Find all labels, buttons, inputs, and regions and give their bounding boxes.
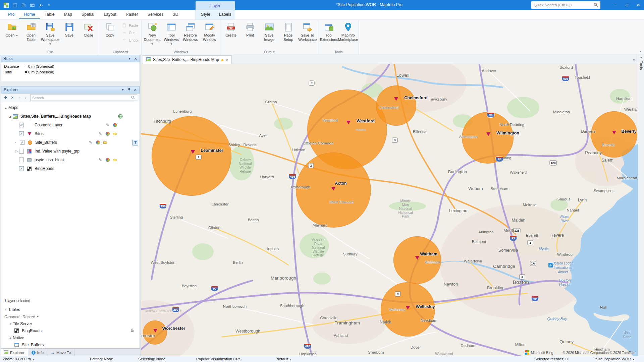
ribbon-button-close[interactable]: Close xyxy=(79,21,98,39)
ribbon-tab-style[interactable]: Style xyxy=(196,10,215,19)
site-marker-wellesley[interactable] xyxy=(406,306,410,310)
ribbon-button-print[interactable]: Print xyxy=(240,21,260,39)
ribbon-button-undo[interactable]: ↶Undo xyxy=(119,37,140,43)
tools-tab[interactable]: Tools xyxy=(639,61,643,70)
edit-style-icon[interactable]: ✎ xyxy=(88,140,93,145)
ruler-panel-header[interactable]: Ruler ▼ ✕ xyxy=(1,55,140,62)
ribbon-button-paste[interactable]: Paste xyxy=(119,22,140,28)
table-item-site-buffers[interactable]: Site_Buffers xyxy=(1,341,140,348)
site-marker-waltham[interactable] xyxy=(415,256,419,260)
ribbon-tab-3d[interactable]: 3D xyxy=(168,10,183,19)
table-group-native[interactable]: ▲ Native xyxy=(1,334,140,341)
layer-style-icon[interactable] xyxy=(113,123,117,127)
ribbon-button-open[interactable]: Open ▼ xyxy=(2,21,21,40)
dock-tab-explorer[interactable]: Explorer xyxy=(1,349,28,356)
ribbon-tab-layout[interactable]: Layout xyxy=(99,10,121,19)
qat-customize-chevron[interactable]: ▼ xyxy=(48,4,50,7)
status-popular-visualization-crs[interactable]: Popular Visualization CRS xyxy=(196,357,241,361)
map-canvas[interactable]: ✈ Microsoft Bing © 2026 Microsoft Corpor… xyxy=(141,64,638,356)
table-group-tile-server[interactable]: ▲ Tile Server xyxy=(1,320,140,327)
ribbon-button-tool-extensions[interactable]: Tool Extensions xyxy=(319,21,338,43)
expander-collapsed-icon[interactable]: ▷ xyxy=(14,149,19,153)
site-marker-worchester[interactable] xyxy=(153,329,157,333)
layer-checkbox[interactable]: ✓ xyxy=(20,140,24,145)
label-icon[interactable] xyxy=(113,131,117,136)
map-node[interactable]: ◢ Sites,Site_Buffers,...,BingRoads Map xyxy=(1,112,140,121)
remove-icon[interactable]: ✕ xyxy=(10,96,14,100)
layer-row-ind-value-with-psyte-grp[interactable]: ▷ Ind. Value with psyte_grp xyxy=(1,147,140,156)
layer-row-cosmetic-layer[interactable]: ✓ Cosmetic Layer ✎ xyxy=(1,121,140,129)
ribbon-button-modify-window[interactable]: Modify Window xyxy=(200,21,219,43)
explorer-collapse-icon[interactable]: ▼ xyxy=(121,88,124,92)
ribbon-button-page-setup[interactable]: Page Setup xyxy=(279,21,298,43)
filter-icon[interactable] xyxy=(132,140,138,145)
site-marker-chelmsford[interactable] xyxy=(394,97,398,101)
ribbon-button-open-table[interactable]: Open Table xyxy=(21,21,41,43)
ribbon-tab-pro[interactable]: Pro xyxy=(3,10,19,19)
label-icon[interactable] xyxy=(113,158,117,162)
status-selected-records-0[interactable]: Selected records: 0 xyxy=(534,357,568,361)
ribbon-button-save[interactable]: Save xyxy=(60,21,79,39)
maximize-button[interactable]: □ xyxy=(621,0,633,10)
close-button[interactable]: ✕ xyxy=(633,0,644,10)
explorer-panel-header[interactable]: Explorer ▼ ✕ xyxy=(1,86,140,94)
ribbon-button-restore-windows[interactable]: Restore Windows xyxy=(181,21,200,43)
table-item-bingroads[interactable]: BingRoads xyxy=(1,327,140,334)
add-icon[interactable]: ✚ xyxy=(3,96,8,100)
globe-icon[interactable] xyxy=(118,114,123,119)
layer-checkbox[interactable]: ✓ xyxy=(19,166,24,171)
ruler-collapse-icon[interactable]: ▼ xyxy=(128,57,131,60)
qat-copy-icon[interactable] xyxy=(21,2,26,8)
ribbon-collapse-chevron[interactable]: ▲ xyxy=(639,50,642,53)
right-strip-chevron[interactable]: ▼ xyxy=(640,56,642,59)
expander-icon[interactable]: ◢ xyxy=(8,115,12,118)
dock-tab-info[interactable]: iInfo xyxy=(28,349,47,356)
ribbon-tab-map[interactable]: Map xyxy=(59,10,77,19)
layer-checkbox[interactable]: ✓ xyxy=(19,131,24,136)
qat-wrench-icon[interactable] xyxy=(38,2,44,8)
site-marker-leominster[interactable] xyxy=(191,150,195,154)
ribbon-tab-services[interactable]: Services xyxy=(143,10,168,19)
edit-style-icon[interactable]: ✎ xyxy=(98,131,103,136)
ribbon-tab-spatial[interactable]: Spatial xyxy=(77,10,99,19)
layer-row-psyte-usa-block[interactable]: psyte_usa_block ✎ xyxy=(1,156,140,164)
edit-style-icon[interactable]: ✎ xyxy=(98,158,103,162)
tab-close-icon[interactable]: ✕ xyxy=(226,58,228,62)
map-document-tab[interactable]: Sites,Site_Buffers,....BingRoads Map ◆ ✕ xyxy=(143,55,232,64)
ribbon-button-mapinfo-marketplace[interactable]: MapInfo Marketplace xyxy=(338,21,358,43)
move-down-icon[interactable]: ↓ xyxy=(23,96,28,100)
site-marker-westford[interactable] xyxy=(346,121,351,124)
ribbon-button-cut[interactable]: ✂Cut xyxy=(119,29,140,36)
ruler-close-icon[interactable]: ✕ xyxy=(134,57,137,61)
layer-style-icon[interactable] xyxy=(105,158,110,162)
ribbon-button-save-workspace[interactable]: Save Workspace ▼ xyxy=(41,21,60,48)
ribbon-tab-labels[interactable]: Labels xyxy=(215,10,235,19)
ribbon-tab-home[interactable]: Home xyxy=(19,10,40,19)
tables-group-header[interactable]: ▲ Tables xyxy=(1,306,140,313)
minimize-button[interactable]: ─ xyxy=(610,0,621,10)
layer-style-icon[interactable] xyxy=(96,140,100,145)
pin-icon[interactable] xyxy=(127,88,131,92)
ribbon-tab-raster[interactable]: Raster xyxy=(121,10,143,19)
ribbon-button-copy[interactable]: Copy xyxy=(100,21,119,39)
status-site-popilation-wor[interactable]: *Site Popilation.WOR▲ xyxy=(594,357,635,361)
grouped-by-selector[interactable]: Grouped : Recent▼ xyxy=(1,313,140,320)
qat-new-icon[interactable] xyxy=(12,2,18,8)
layer-checkbox[interactable]: ✓ xyxy=(19,123,24,127)
ribbon-button-save-to-workspace[interactable]: Save To Workspace xyxy=(298,21,317,43)
quick-search-input[interactable]: Quick Search (Ctrl+Q) xyxy=(531,1,600,9)
layer-checkbox[interactable] xyxy=(19,158,24,162)
site-buffer[interactable] xyxy=(152,116,231,196)
ribbon-tab-table[interactable]: Table xyxy=(40,10,59,19)
layer-style-icon[interactable] xyxy=(105,131,110,136)
status-editing-none[interactable]: Editing: None xyxy=(90,357,113,361)
site-marker-beverly[interactable] xyxy=(612,131,616,134)
status-zoom-83-200-m[interactable]: Zoom: 83.200 m▲ xyxy=(3,357,35,361)
layer-row-bingroads[interactable]: ✓ BingRoads xyxy=(1,164,140,173)
layer-checkbox[interactable] xyxy=(19,149,24,154)
label-icon[interactable] xyxy=(103,140,108,145)
site-buffer[interactable] xyxy=(143,320,167,345)
site-marker-acton[interactable] xyxy=(331,187,335,191)
maps-group-header[interactable]: ▲ Maps xyxy=(1,103,140,112)
explorer-close-icon[interactable]: ✕ xyxy=(134,88,137,92)
